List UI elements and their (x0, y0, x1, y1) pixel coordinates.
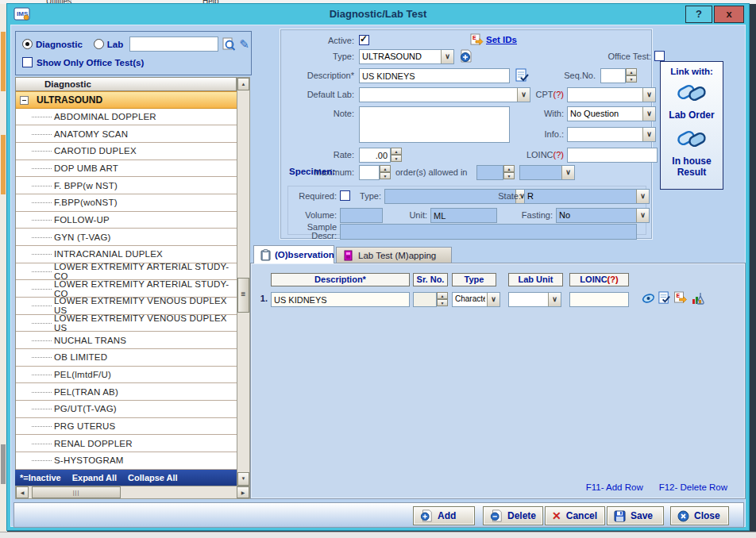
tree-item[interactable]: LOWER EXTREMITY ARTERIAL STUDY-CO (16, 280, 237, 298)
tab-observation[interactable]: (O)bservation (253, 245, 334, 263)
column-header-sr-no[interactable]: Sr. No. (413, 273, 448, 286)
allowed-count-input[interactable] (476, 165, 503, 180)
clear-pencil-icon[interactable]: ✎ (239, 37, 249, 52)
lab-radio[interactable] (94, 39, 104, 49)
info-dropdown[interactable]: ∨ (567, 127, 656, 142)
help-button[interactable]: ? (685, 6, 712, 23)
tree-item[interactable]: PG/UT(T-VAG) (16, 401, 237, 418)
active-checkbox[interactable] (359, 35, 369, 45)
search-input[interactable] (129, 37, 218, 52)
add-type-icon[interactable] (459, 49, 473, 63)
chevron-down-icon[interactable]: ∨ (642, 128, 655, 141)
save-button[interactable]: Save (607, 506, 664, 525)
obs-sr-no-input[interactable] (413, 292, 437, 307)
chevron-down-icon[interactable]: ∨ (642, 107, 655, 121)
tree-item[interactable]: LOWER EXTREMITY VENOUS DUPLEX US (16, 298, 237, 315)
obs-loinc-input[interactable] (569, 292, 629, 307)
tree-item[interactable]: GYN (T-VAG) (16, 229, 237, 246)
chevron-down-icon[interactable]: ∨ (487, 293, 499, 306)
link-icon[interactable] (642, 292, 655, 305)
lab-order-link[interactable]: Lab Order (661, 110, 723, 121)
tree-item[interactable]: INTRACRANIAL DUPLEX (16, 246, 237, 263)
chevron-down-icon[interactable]: ∨ (636, 190, 649, 203)
with-dropdown[interactable]: No Question ∨ (567, 106, 656, 121)
specimen-state-dropdown[interactable]: R ∨ (524, 189, 650, 204)
default-lab-dropdown[interactable]: ∨ (359, 87, 530, 102)
chevron-down-icon[interactable]: ∨ (441, 50, 453, 63)
seq-no-spinner[interactable]: ▲▼ (626, 68, 637, 83)
title-bar[interactable]: IMS Diagnostic/Lab Test ? x (7, 4, 749, 25)
tree-item[interactable]: RENAL DOPPLER (16, 435, 237, 452)
rate-spinner[interactable]: ▲▼ (391, 148, 402, 163)
chevron-down-icon[interactable]: ∨ (636, 209, 649, 222)
chevron-down-icon[interactable]: ∨ (561, 166, 574, 179)
column-header-description[interactable]: Description* (271, 273, 410, 286)
tree-horizontal-scrollbar[interactable]: ◀ ||| ▶ (15, 486, 250, 499)
specimen-sample-descr-input[interactable] (340, 224, 637, 240)
specimen-volume-input[interactable] (340, 208, 383, 223)
set-ids-icon[interactable]: E (673, 291, 688, 305)
delete-button[interactable]: Delete (483, 506, 543, 525)
tree-item[interactable]: F. BPP(w NST) (16, 177, 237, 194)
tab-lab-test-mapping[interactable]: Lab Test (M)apping (336, 247, 452, 263)
tree-item[interactable]: DOP UMB ART (16, 160, 237, 178)
in-house-result-link[interactable]: In houseResult (661, 156, 723, 178)
allowed-period-dropdown[interactable]: ∨ (519, 165, 575, 180)
column-header-lab-unit[interactable]: Lab Unit (508, 273, 563, 286)
set-ids-icon[interactable]: E (470, 33, 484, 47)
description-input[interactable] (359, 68, 510, 83)
tree-item[interactable]: ABDOMINAL DOPPLER (16, 109, 237, 126)
cpt-help-link[interactable]: (?) (554, 90, 564, 99)
column-header-loinc[interactable]: LOINC(?) (569, 273, 629, 286)
maximum-spinner[interactable]: ▲▼ (380, 165, 391, 180)
search-icon[interactable] (222, 37, 236, 52)
set-ids-link[interactable]: Set IDs (486, 35, 517, 44)
obs-lab-unit-dropdown[interactable]: ∨ (508, 292, 561, 307)
chevron-down-icon[interactable]: ∨ (642, 88, 655, 102)
flask-chart-icon[interactable] (691, 291, 706, 306)
loinc-help-link[interactable]: (?) (554, 150, 564, 159)
tree-item[interactable]: FOLLOW-UP (16, 212, 237, 229)
scroll-down-button[interactable]: ▼ (237, 472, 249, 486)
allowed-count-spinner[interactable]: ▲▼ (503, 165, 515, 180)
specimen-required-checkbox[interactable] (340, 190, 350, 201)
tree-item[interactable]: LOWER EXTREMITY ARTERIAL STUDY-CO (16, 263, 237, 281)
maximum-input[interactable] (359, 165, 380, 180)
scroll-right-button[interactable]: ▶ (237, 486, 249, 498)
cancel-button[interactable]: ✕ Cancel (545, 506, 605, 525)
type-dropdown[interactable]: ULTRASOUND ∨ (359, 49, 454, 64)
tree-item[interactable]: LOWER EXTREMITY VENOUS DUPLEX US (16, 315, 237, 332)
specimen-fasting-dropdown[interactable]: No ∨ (556, 208, 650, 223)
tree-item-selected[interactable]: ULTRASOUND (16, 91, 237, 109)
tree-item[interactable]: ANATOMY SCAN (16, 125, 237, 143)
show-only-office-tests-checkbox[interactable] (22, 57, 33, 67)
office-test-checkbox[interactable] (654, 51, 665, 61)
horizontal-scroll-thumb[interactable]: ||| (32, 486, 121, 498)
column-header-type[interactable]: Type (452, 273, 496, 286)
collapse-all-link[interactable]: Collapse All (128, 473, 178, 482)
tree-item[interactable]: PRG UTERUS (16, 418, 237, 436)
tree-item[interactable]: PEL(lmtdF/U) (16, 367, 237, 384)
description-notes-icon[interactable] (515, 68, 529, 83)
cpt-dropdown[interactable]: ∨ (567, 87, 656, 102)
scroll-up-button[interactable]: ▲ (237, 78, 249, 90)
tree-vertical-scrollbar[interactable]: ▲ ≡ ▼ (237, 77, 250, 486)
collapse-icon[interactable] (20, 96, 29, 105)
scroll-left-button[interactable]: ◀ (16, 486, 29, 498)
rate-input[interactable] (359, 148, 391, 163)
tree-column-header[interactable]: Diagnostic (15, 77, 237, 91)
vertical-scroll-thumb[interactable]: ≡ (237, 278, 249, 313)
tree-item[interactable]: PEL(TRAN AB) (16, 383, 237, 401)
note-textarea[interactable] (359, 106, 510, 143)
add-button[interactable]: Add (413, 506, 475, 525)
chevron-down-icon[interactable]: ∨ (548, 293, 561, 306)
tree-item[interactable]: F.BPP(woNST) (16, 194, 237, 212)
diagnostic-radio[interactable] (22, 39, 33, 49)
tree-item[interactable]: OB LIMITED (16, 349, 237, 367)
close-button[interactable]: Close (670, 506, 729, 525)
close-window-button[interactable]: x (714, 6, 744, 23)
obs-sr-no-spinner[interactable]: ▲▼ (437, 292, 448, 307)
link-chain-icon[interactable] (675, 79, 708, 106)
notes-check-icon[interactable] (658, 291, 671, 305)
link-chain-icon[interactable] (675, 125, 708, 152)
